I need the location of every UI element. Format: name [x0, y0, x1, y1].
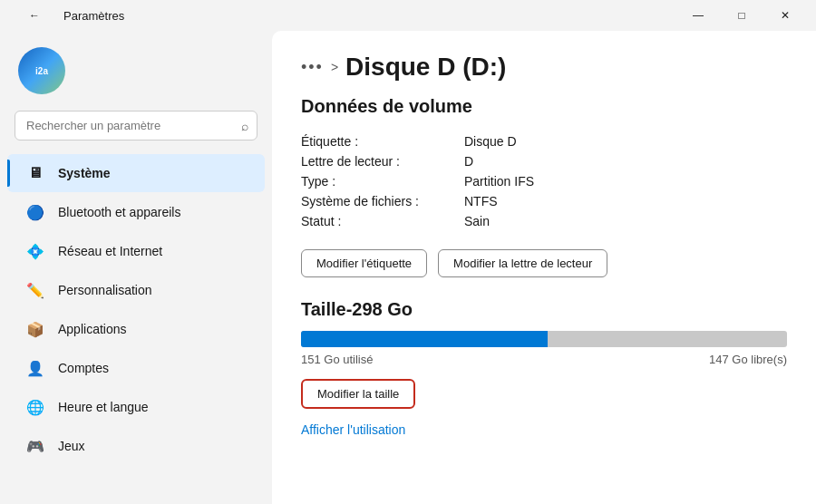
sidebar-item-perso[interactable]: ✏️ Personnalisation — [7, 271, 265, 309]
sidebar-label-jeux: Jeux — [58, 439, 85, 453]
sidebar-item-systeme[interactable]: 🖥 Système — [7, 154, 265, 192]
systeme-icon: 🖥 — [25, 163, 45, 183]
sidebar-label-heure: Heure et langue — [58, 400, 149, 414]
sidebar-item-comptes[interactable]: 👤 Comptes — [7, 349, 265, 387]
info-label: Statut : — [301, 214, 464, 228]
size-section: Taille-298 Go 151 Go utilisé 147 Go libr… — [301, 299, 787, 438]
info-label: Étiquette : — [301, 134, 464, 149]
modifier-etiquette-button[interactable]: Modifier l'étiquette — [301, 249, 427, 277]
app-body: i2a ⌕ 🖥 Système 🔵 Bluetooth et appareils… — [0, 31, 816, 504]
info-row: Étiquette : Disque D — [301, 131, 787, 151]
sidebar: i2a ⌕ 🖥 Système 🔵 Bluetooth et appareils… — [0, 31, 272, 504]
breadcrumb-dots: ••• — [301, 58, 324, 77]
sidebar-label-applications: Applications — [58, 322, 127, 336]
titlebar-left: ← Paramètres — [15, 2, 124, 29]
modifier-lettre-button[interactable]: Modifier la lettre de lecteur — [438, 249, 607, 277]
info-label: Lettre de lecteur : — [301, 154, 464, 169]
heure-icon: 🌐 — [25, 397, 45, 417]
search-box: ⌕ — [15, 111, 257, 141]
info-label: Type : — [301, 174, 464, 189]
info-value: Sain — [464, 214, 490, 228]
titlebar-controls: — □ ✕ — [678, 2, 805, 29]
sidebar-label-comptes: Comptes — [58, 361, 109, 375]
disk-labels: 151 Go utilisé 147 Go libre(s) — [301, 353, 787, 366]
disk-bar — [301, 331, 787, 347]
applications-icon: 📦 — [25, 319, 45, 339]
volume-section-title: Données de volume — [301, 96, 787, 117]
disk-bar-used — [301, 331, 548, 347]
titlebar: ← Paramètres — □ ✕ — [0, 0, 816, 31]
sidebar-item-bluetooth[interactable]: 🔵 Bluetooth et appareils — [7, 193, 265, 231]
sidebar-label-reseau: Réseau et Internet — [58, 244, 162, 258]
action-buttons: Modifier l'étiquette Modifier la lettre … — [301, 249, 787, 277]
disk-free-label: 147 Go libre(s) — [709, 353, 787, 366]
sidebar-item-heure[interactable]: 🌐 Heure et langue — [7, 388, 265, 426]
disk-used-label: 151 Go utilisé — [301, 353, 374, 366]
reseau-icon: 💠 — [25, 241, 45, 261]
comptes-icon: 👤 — [25, 358, 45, 378]
perso-icon: ✏️ — [25, 280, 45, 300]
content-area: ••• > Disque D (D:) Données de volume Ét… — [272, 31, 816, 504]
content-body: Données de volume Étiquette : Disque D L… — [272, 96, 816, 467]
info-value: NTFS — [464, 194, 498, 208]
info-row: Type : Partition IFS — [301, 171, 787, 191]
sidebar-label-bluetooth: Bluetooth et appareils — [58, 205, 180, 219]
info-value: D — [464, 154, 473, 169]
bluetooth-icon: 🔵 — [25, 202, 45, 222]
titlebar-title: Paramètres — [63, 9, 124, 23]
search-input[interactable] — [15, 111, 257, 141]
avatar-area: i2a — [0, 38, 272, 107]
sidebar-item-jeux[interactable]: 🎮 Jeux — [7, 427, 265, 465]
breadcrumb-arrow: > — [331, 60, 338, 74]
sidebar-label-perso: Personnalisation — [58, 283, 152, 297]
back-button[interactable]: ← — [15, 2, 54, 29]
info-row: Lettre de lecteur : D — [301, 151, 787, 171]
search-icon: ⌕ — [241, 119, 248, 133]
afficher-utilisation-link[interactable]: Afficher l'utilisation — [301, 422, 405, 437]
modifier-taille-button[interactable]: Modifier la taille — [301, 379, 415, 409]
content-header: ••• > Disque D (D:) — [272, 31, 816, 96]
sidebar-label-systeme: Système — [58, 166, 111, 180]
avatar: i2a — [18, 47, 65, 94]
maximize-button[interactable]: □ — [722, 2, 762, 29]
jeux-icon: 🎮 — [25, 436, 45, 456]
close-button[interactable]: ✕ — [765, 2, 805, 29]
info-table: Étiquette : Disque D Lettre de lecteur :… — [301, 131, 787, 231]
minimize-button[interactable]: — — [678, 2, 718, 29]
info-row: Système de fichiers : NTFS — [301, 191, 787, 211]
info-row: Statut : Sain — [301, 211, 787, 231]
size-section-title: Taille-298 Go — [301, 299, 787, 320]
sidebar-item-reseau[interactable]: 💠 Réseau et Internet — [7, 232, 265, 270]
info-label: Système de fichiers : — [301, 194, 464, 208]
sidebar-item-applications[interactable]: 📦 Applications — [7, 310, 265, 348]
info-value: Disque D — [464, 134, 517, 149]
avatar-image: i2a — [18, 47, 65, 94]
page-title: Disque D (D:) — [345, 53, 506, 82]
disk-bar-free — [548, 331, 787, 347]
info-value: Partition IFS — [464, 174, 534, 189]
sidebar-nav: 🖥 Système 🔵 Bluetooth et appareils 💠 Rés… — [0, 153, 272, 497]
